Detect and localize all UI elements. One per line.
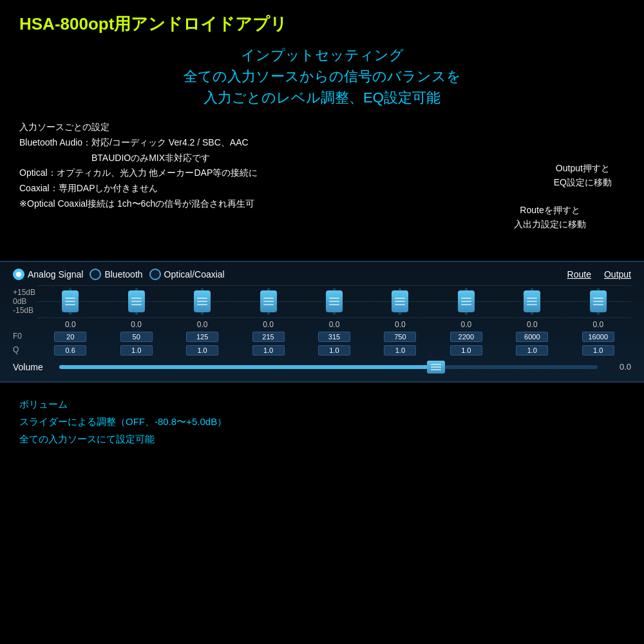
- freq-input-7[interactable]: [450, 332, 482, 342]
- thumb-line: [461, 298, 471, 299]
- q-cell-4: [235, 344, 301, 355]
- slider-track-5: [333, 288, 336, 315]
- db-values-row: 0.0 0.0 0.0 0.0 0.0 0.0 0.0 0.0 0.0: [13, 320, 631, 329]
- slider-thumb-7[interactable]: [458, 290, 475, 312]
- thumb-line: [395, 304, 405, 305]
- q-input-4[interactable]: [252, 345, 285, 355]
- freq-input-2[interactable]: [120, 332, 153, 342]
- radio-circle-analog: [13, 269, 24, 280]
- freq-input-3[interactable]: [186, 332, 218, 342]
- freq-input-5[interactable]: [318, 332, 350, 342]
- slider-thumb-5[interactable]: [326, 290, 343, 312]
- freq-cell-3: [169, 330, 235, 342]
- slider-thumb-4[interactable]: [260, 290, 277, 312]
- thumb-line: [263, 304, 274, 305]
- freq-row: F0: [13, 330, 631, 342]
- slider-thumb-9[interactable]: [590, 290, 607, 312]
- slider-col-3: [169, 285, 235, 317]
- thumb-line: [263, 301, 274, 302]
- thumb-line: [131, 301, 142, 302]
- slider-thumb-6[interactable]: [392, 290, 408, 312]
- thumb-line: [395, 298, 405, 299]
- radio-label-bluetooth: Bluetooth: [104, 269, 142, 279]
- freq-input-4[interactable]: [252, 332, 285, 342]
- slider-col-7: [433, 285, 499, 317]
- slider-track-6: [399, 288, 401, 315]
- q-cell-2: [103, 344, 169, 355]
- slider-thumb-3[interactable]: [194, 290, 211, 312]
- thumb-line: [527, 301, 537, 302]
- slider-track-2: [135, 288, 138, 315]
- route-button[interactable]: Route: [567, 269, 591, 279]
- freq-input-9[interactable]: [582, 332, 614, 342]
- subtitle-line1: インプットセッティング: [19, 44, 625, 66]
- thumb-line: [395, 301, 405, 302]
- radio-optical-coaxial[interactable]: Optical/Coaxial: [149, 269, 225, 280]
- radio-label-optical: Optical/Coaxial: [164, 269, 225, 279]
- info-line2: Bluetooth Audio：対応/コーディック Ver4.2 / SBC、A…: [19, 135, 625, 151]
- info-line5: Coaxial：専用DAPしか付きません: [19, 181, 625, 196]
- slider-col-1: [37, 285, 103, 317]
- q-input-3[interactable]: [186, 345, 218, 355]
- slider-col-9: [565, 285, 631, 317]
- db-labels: +15dB 0dB -15dB: [13, 285, 37, 317]
- q-row: Q: [13, 344, 631, 355]
- q-cell-9: [565, 344, 631, 355]
- volume-thumb[interactable]: [427, 361, 445, 374]
- thumb-line: [329, 298, 339, 299]
- radio-label-analog: Analog Signal: [28, 269, 83, 279]
- q-input-7[interactable]: [450, 345, 482, 355]
- thumb-line: [461, 304, 471, 305]
- thumb-line: [131, 304, 142, 305]
- slider-track-8: [531, 288, 533, 315]
- freq-input-6[interactable]: [384, 332, 416, 342]
- freq-cell-6: [367, 330, 433, 342]
- q-input-5[interactable]: [318, 345, 350, 355]
- freq-input-1[interactable]: [54, 332, 86, 342]
- thumb-line: [329, 301, 339, 302]
- slider-thumb-1[interactable]: [62, 290, 79, 312]
- thumb-line: [593, 304, 603, 305]
- thumb-line: [593, 298, 603, 299]
- sliders-container: [37, 285, 631, 317]
- thumb-line: [431, 369, 441, 370]
- q-input-1[interactable]: [54, 345, 86, 355]
- thumb-line: [527, 304, 537, 305]
- volume-fill: [59, 365, 436, 369]
- output-note: Output押すと EQ設定に移動: [554, 161, 612, 190]
- q-input-9[interactable]: [582, 345, 614, 355]
- notes-area: Output押すと EQ設定に移動 Routeを押すと 入出力設定に移動: [19, 216, 625, 254]
- volume-value: 0.0: [605, 362, 631, 372]
- radio-analog-signal[interactable]: Analog Signal: [13, 269, 83, 280]
- thumb-line: [431, 364, 441, 365]
- q-cell-8: [499, 344, 565, 355]
- freq-cell-4: [235, 330, 301, 342]
- radio-circle-bluetooth: [90, 269, 101, 280]
- slider-track-3: [201, 288, 204, 315]
- volume-track: [59, 365, 598, 369]
- route-note: Routeを押すと 入出力設定に移動: [514, 203, 586, 232]
- output-button[interactable]: Output: [604, 269, 631, 279]
- db-top-label: +15dB: [13, 288, 32, 297]
- freq-row-label: F0: [13, 332, 37, 341]
- slider-thumb-2[interactable]: [128, 290, 145, 312]
- thumb-line: [431, 366, 441, 368]
- thumb-line: [263, 298, 274, 299]
- thumb-line: [461, 301, 471, 302]
- slider-thumb-8[interactable]: [524, 290, 540, 312]
- db-value-7: 0.0: [433, 320, 499, 329]
- freq-cell-1: [37, 330, 103, 342]
- q-input-2[interactable]: [120, 345, 153, 355]
- db-value-3: 0.0: [169, 320, 235, 329]
- q-input-6[interactable]: [384, 345, 416, 355]
- q-input-8[interactable]: [516, 345, 548, 355]
- slider-col-6: [367, 285, 433, 317]
- slider-col-4: [235, 285, 301, 317]
- freq-cell-8: [499, 330, 565, 342]
- eq-area: +15dB 0dB -15dB: [13, 285, 631, 317]
- footer-line3: 全ての入力ソースにて設定可能: [19, 430, 625, 448]
- radio-bluetooth[interactable]: Bluetooth: [90, 269, 142, 280]
- subtitle-block: インプットセッティング 全ての入力ソースからの信号のバランスを 入力ごとのレベル…: [19, 44, 625, 108]
- radio-circle-optical: [149, 269, 161, 280]
- freq-input-8[interactable]: [516, 332, 548, 342]
